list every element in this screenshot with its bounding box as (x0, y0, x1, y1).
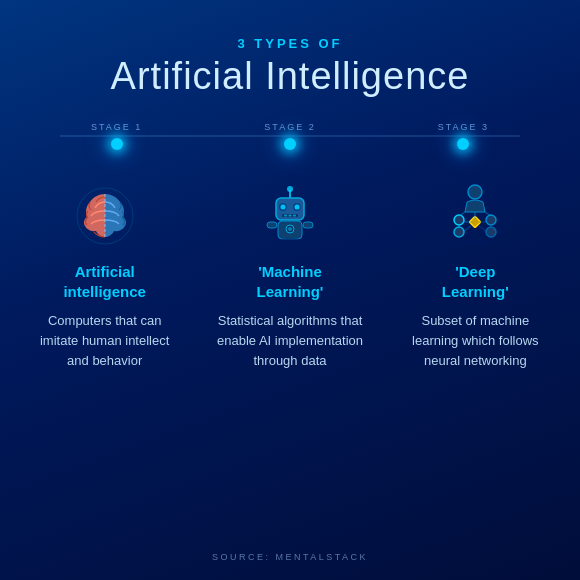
svg-rect-17 (303, 222, 313, 228)
svg-point-23 (486, 215, 496, 225)
card-ml: 'MachineLearning' Statistical algorithms… (201, 168, 378, 381)
card-ai-desc: Computers that can imitate human intelle… (28, 311, 181, 371)
network-icon (439, 178, 511, 250)
card-ml-title: 'MachineLearning' (257, 262, 324, 301)
stage-1-label: STAGE 1 (91, 122, 142, 132)
svg-point-8 (287, 186, 293, 192)
svg-point-20 (454, 215, 464, 225)
source-label: SOURCE: MENTALSTACK (212, 552, 368, 562)
cards-row: Artificialintelligence Computers that ca… (0, 168, 580, 381)
svg-rect-11 (288, 215, 291, 217)
card-dl-title: 'DeepLearning' (442, 262, 509, 301)
card-dl: 'DeepLearning' Subset of machine learnin… (387, 168, 564, 381)
stage-3-label: STAGE 3 (438, 122, 489, 132)
subtitle: 3 TYPES OF (111, 36, 470, 51)
robot-icon (254, 178, 326, 250)
svg-point-15 (288, 227, 292, 231)
main-title: Artificial Intelligence (111, 55, 470, 98)
header: 3 TYPES OF Artificial Intelligence (111, 36, 470, 98)
svg-line-32 (463, 226, 471, 232)
svg-point-6 (294, 205, 299, 210)
svg-line-33 (479, 226, 487, 232)
stage-2: STAGE 2 (203, 122, 376, 150)
svg-point-18 (275, 238, 305, 246)
svg-point-4 (280, 205, 285, 210)
stage-2-label: STAGE 2 (264, 122, 315, 132)
svg-point-35 (459, 239, 491, 245)
brain-icon (69, 178, 141, 250)
timeline: STAGE 1 STAGE 2 STAGE 3 (0, 122, 580, 150)
svg-rect-10 (284, 215, 287, 217)
card-dl-desc: Subset of machine learning which follows… (399, 311, 552, 371)
svg-point-21 (454, 227, 464, 237)
svg-point-19 (468, 185, 482, 199)
stage-2-dot (284, 138, 296, 150)
svg-point-24 (486, 227, 496, 237)
card-ai-title: Artificialintelligence (63, 262, 146, 301)
svg-rect-12 (293, 215, 296, 217)
card-ml-desc: Statistical algorithms that enable AI im… (213, 311, 366, 371)
svg-rect-16 (267, 222, 277, 228)
card-ai: Artificialintelligence Computers that ca… (16, 168, 193, 381)
stage-3-dot (457, 138, 469, 150)
stage-1-dot (111, 138, 123, 150)
stage-3: STAGE 3 (377, 122, 550, 150)
stage-1: STAGE 1 (30, 122, 203, 150)
